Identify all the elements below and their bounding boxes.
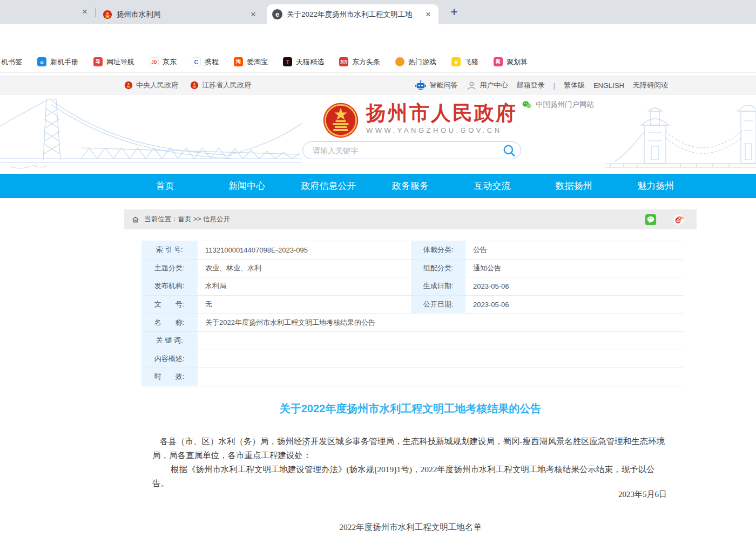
civilized-site-list-title: 2022年度扬州市水利工程文明工地名单: [124, 522, 697, 533]
meta-label-topic: 主题分类:: [141, 260, 198, 277]
tab-yangzhou-water-bureau[interactable]: 扬州市水利局 ×: [97, 4, 264, 24]
close-tab-icon[interactable]: ×: [423, 10, 433, 19]
meta-value-validity: [198, 368, 683, 386]
robot-icon: [415, 79, 427, 91]
tab-separator: [95, 8, 96, 17]
article-paragraph: 各县（市、区）水利（务）局，扬州经济开发区城乡事务管理局，生态科技新城规划建设局…: [152, 434, 667, 462]
close-tab-icon[interactable]: ×: [248, 10, 258, 19]
table-row: 名 称: 关于2022年度扬州市水利工程文明工地考核结果的公告: [141, 314, 683, 332]
article-body: 各县（市、区）水利（务）局，扬州经济开发区城乡事务管理局，生态科技新城规划建设局…: [152, 434, 667, 491]
bookmark-favicon: T: [283, 57, 292, 66]
bookmark-item[interactable]: 导网址导航: [93, 57, 134, 67]
user-icon: [467, 80, 477, 91]
mail-login-link[interactable]: 邮箱登录: [517, 80, 545, 90]
bookmark-favicon: 聚: [494, 57, 503, 66]
wechat-icon: [522, 100, 531, 110]
bookmark-favicon: 淘: [234, 57, 243, 66]
meta-label-group: 组配分类:: [411, 260, 465, 277]
bookmark-item[interactable]: 东方东方头条: [339, 57, 380, 67]
site-search: [302, 141, 521, 159]
table-row: 索 引 号: 11321000014407098E-2023-095 体裁分类:…: [141, 241, 683, 260]
meta-value-public-date: 2023-05-06: [465, 296, 683, 314]
meta-value-created-date: 2023-05-06: [465, 277, 683, 295]
meta-value-summary: [198, 350, 683, 368]
page-content: 当前位置：首页 >> 信息公开 索 引 号: 11321000014407098…: [0, 198, 756, 538]
meta-label-genre: 体裁分类:: [411, 241, 465, 259]
bookmark-item[interactable]: JD京东: [150, 57, 177, 67]
meta-value-index-no: 11321000014407098E-2023-095: [198, 241, 411, 259]
new-tab-button[interactable]: +: [446, 4, 462, 21]
bookmark-item[interactable]: ≡新机手册: [37, 57, 78, 67]
site-domain: WWW.YANGZHOU.GOV.CN: [366, 126, 517, 134]
share-wechat-icon[interactable]: [645, 214, 657, 226]
nav-item-info-disclosure[interactable]: 政府信息公开: [288, 174, 369, 198]
meta-value-name: 关于2022年度扬州市水利工程文明工地考核结果的公告: [198, 314, 683, 331]
bookmark-item[interactable]: C携程: [192, 57, 219, 67]
main-nav: 首页 新闻中心 政府信息公开 政务服务 互动交流 数据扬州 魅力扬州: [0, 174, 756, 198]
bookmark-favicon: C: [192, 57, 201, 66]
gov-emblem-favicon: [103, 10, 112, 19]
tab-strip: × 扬州市水利局 × e 关于2022年度扬州市水利工程文明工地 × +: [0, 0, 756, 24]
bookmark-favicon: ≡: [37, 57, 46, 66]
meta-value-keywords: [198, 332, 683, 350]
tab-announcement-active[interactable]: e 关于2022年度扬州市水利工程文明工地 ×: [267, 4, 438, 24]
meta-label-doc-no: 文 号:: [141, 296, 198, 314]
link-central-government[interactable]: 中央人民政府: [124, 80, 178, 90]
meta-label-validity: 时 效:: [141, 368, 198, 386]
bookmark-item[interactable]: ●飞猪: [451, 57, 478, 67]
link-jiangsu-government[interactable]: 江苏省人民政府: [190, 80, 251, 90]
article-date: 2023年5月6日: [152, 489, 667, 500]
traditional-chinese-link[interactable]: 繁体版: [564, 80, 585, 90]
search-input[interactable]: [312, 146, 502, 155]
bookmark-item[interactable]: 淘爱淘宝: [234, 57, 268, 67]
national-emblem: [322, 102, 359, 139]
meta-value-genre: 公告: [465, 241, 683, 259]
meta-label-index-no: 索 引 号:: [141, 241, 198, 259]
nav-item-services[interactable]: 政务服务: [369, 174, 451, 198]
search-icon[interactable]: [502, 144, 516, 158]
tab-title: 关于2022年度扬州市水利工程文明工地: [287, 10, 419, 19]
bookmark-favicon: [395, 57, 404, 66]
meta-value-issuer: 水利局: [198, 277, 411, 295]
nav-item-charm[interactable]: 魅力扬州: [615, 174, 697, 198]
bookmark-item[interactable]: 机书签: [1, 57, 22, 67]
bookmark-item[interactable]: 聚聚划算: [494, 57, 528, 67]
english-link[interactable]: ENGLISH: [593, 81, 624, 90]
bookmark-favicon: 东方: [339, 57, 348, 66]
nav-item-news[interactable]: 新闻中心: [206, 174, 287, 198]
bookmark-favicon: ●: [451, 57, 461, 66]
site-banner: 扬州市人民政府 WWW.YANGZHOU.GOV.CN 中国扬州门户网站: [0, 95, 756, 174]
nav-item-interaction[interactable]: 互动交流: [451, 174, 533, 198]
table-row: 主题分类: 农业、林业、水利 组配分类: 通知公告: [141, 260, 683, 278]
meta-label-keywords: 关 键 词:: [141, 332, 198, 350]
share-weibo-icon[interactable]: [673, 214, 685, 226]
meta-label-created-date: 生成日期:: [411, 277, 465, 295]
meta-label-public-date: 公开日期:: [411, 296, 465, 314]
nav-item-data[interactable]: 数据扬州: [533, 174, 615, 198]
bookmark-item[interactable]: 热门游戏: [395, 57, 436, 67]
nav-item-home[interactable]: 首页: [124, 174, 206, 198]
table-row: 发布机构: 水利局 生成日期: 2023-05-06: [141, 277, 683, 296]
portal-wechat-link[interactable]: 中国扬州门户网站: [522, 100, 594, 110]
bookmark-favicon: JD: [150, 57, 159, 66]
table-row: 文 号: 无 公开日期: 2023-05-06: [141, 296, 683, 314]
bridge-artwork-left: [0, 95, 302, 174]
bookmark-item[interactable]: T天猫精选: [283, 57, 324, 67]
accessibility-link[interactable]: 无障碍阅读: [633, 80, 668, 90]
meta-value-group: 通知公告: [465, 260, 683, 277]
close-tab-icon[interactable]: ×: [80, 7, 90, 17]
document-meta-table: 索 引 号: 11321000014407098E-2023-095 体裁分类:…: [141, 241, 683, 386]
meta-label-name: 名 称:: [141, 314, 198, 331]
user-center-link[interactable]: 用户中心: [467, 80, 508, 91]
bookmarks-bar: 机书签 ≡新机手册 导网址导航 JD京东 C携程 淘爱淘宝 T天猫精选 东方东方…: [0, 51, 756, 73]
breadcrumb[interactable]: 当前位置：首页 >> 信息公开: [124, 209, 697, 229]
meta-label-issuer: 发布机构:: [141, 277, 198, 295]
meta-value-topic: 农业、林业、水利: [198, 260, 411, 277]
tab-title: 扬州市水利局: [117, 10, 244, 19]
divider: |: [554, 81, 555, 90]
site-logo[interactable]: 扬州市人民政府 WWW.YANGZHOU.GOV.CN: [322, 102, 517, 139]
browser-window: × 扬州市水利局 × e 关于2022年度扬州市水利工程文明工地 × + 不安全…: [0, 0, 756, 538]
meta-value-doc-no: 无: [198, 296, 411, 314]
smart-qa-link[interactable]: 智能问答: [415, 79, 458, 91]
breadcrumb-text: 当前位置：首页 >> 信息公开: [144, 215, 230, 224]
